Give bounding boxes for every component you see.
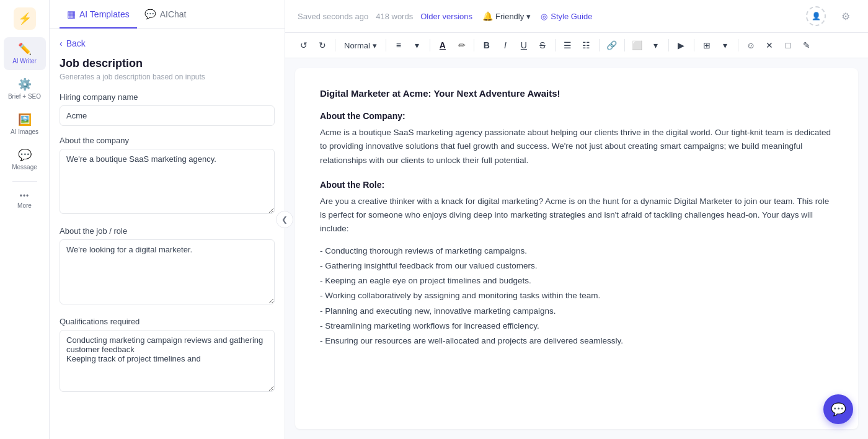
style-dropdown-label: Normal [344,41,370,50]
table-button[interactable]: ⊞ [698,37,715,54]
sidebar-item-ai-images[interactable]: 🖼️ AI Images [4,108,46,141]
edit-button[interactable]: ✎ [798,37,815,54]
editor-header: Saved seconds ago 418 words Older versio… [285,0,868,33]
tone-selector[interactable]: 🔔 Friendly ▾ [482,11,531,21]
tab-bar: ▦ AI Templates 💬 AIChat [50,0,285,29]
emoji-button[interactable]: ☺ [742,37,760,54]
about-company-label: About the company [60,136,275,145]
bold-button[interactable]: B [478,37,495,54]
back-arrow-icon: ‹ [60,38,63,48]
message-icon: 💬 [18,148,32,162]
style-guide-icon: ◎ [541,12,547,21]
redo-button[interactable]: ↻ [314,37,331,54]
strikethrough-button[interactable]: S [534,37,551,54]
form-title: Job description [60,57,275,70]
settings-button[interactable]: ⚙ [836,6,856,26]
text-color-button[interactable]: A [434,37,451,54]
align-button[interactable]: ≡ [390,37,407,54]
grid-icon: ▦ [67,9,76,20]
toolbar-divider [430,39,430,51]
chevron-left-icon: ❮ [281,215,288,224]
sidebar-item-label: Message [12,164,37,171]
qualifications-label: Qualifications required [60,317,275,326]
chat-fab-icon: 💬 [831,402,846,417]
document-title: Digital Marketer at Acme: Your Next Adve… [320,88,833,99]
list-item: - Keeping an eagle eye on project timeli… [320,273,833,288]
avatar-placeholder-icon: 👤 [812,12,821,20]
toolbar-divider [738,39,738,51]
sidebar-item-brief-seo[interactable]: ⚙️ Brief + SEO [4,73,46,105]
bullet-list-button[interactable]: ☰ [559,37,577,54]
user-avatar[interactable]: 👤 [806,6,826,26]
link-button[interactable]: 🔗 [603,37,621,54]
left-panel: ▦ AI Templates 💬 AIChat ❮ ‹ Back Job des… [50,0,285,439]
sidebar-item-label: More [17,202,32,210]
form-subtitle: Generates a job description based on inp… [60,73,275,81]
undo-button[interactable]: ↺ [295,37,312,54]
panel-collapse-button[interactable]: ❮ [276,211,293,228]
sidebar-item-label: AI Images [11,128,38,136]
app-logo: ⚡ [14,7,36,30]
editor-meta: Saved seconds ago 418 words Older versio… [298,12,472,21]
tab-aichat-label: AIChat [160,9,187,19]
toolbar-divider [474,39,474,51]
editor-content[interactable]: Digital Marketer at Acme: Your Next Adve… [295,68,858,429]
table-dropdown-button[interactable]: ▾ [717,37,734,54]
toolbar-divider [694,39,694,51]
image-button[interactable]: ⬜ [629,37,646,54]
chevron-down-icon: ▾ [373,41,377,50]
company-name-input[interactable] [60,105,275,126]
tone-icon: 🔔 [482,11,493,21]
settings-icon: ⚙ [841,11,850,22]
section-heading-role: About the Role: [320,180,833,190]
older-versions-button[interactable]: Older versions [420,12,472,21]
more-icon: ••• [20,192,30,200]
list-item: - Conducting thorough reviews of marketi… [320,244,833,259]
section-heading-company: About the Company: [320,111,833,121]
back-label: Back [66,38,86,48]
brief-seo-icon: ⚙️ [18,78,32,91]
sidebar-item-message[interactable]: 💬 Message [4,143,46,176]
chat-icon: 💬 [144,9,156,20]
list-item: - Ensuring our resources are well-alloca… [320,334,833,348]
highlight-button[interactable]: ✏ [453,37,470,54]
play-button[interactable]: ▶ [673,37,690,54]
toolbar-divider [624,39,625,51]
image-dropdown-button[interactable]: ▾ [647,37,665,54]
section-body-company: Acme is a boutique SaaS marketing agency… [320,126,833,167]
list-item: - Streamlining marketing workflows for i… [320,319,833,334]
clear-format-button[interactable]: ✕ [761,37,778,54]
chevron-down-icon: ▾ [526,12,531,21]
style-guide-label: Style Guide [551,12,592,21]
sidebar-divider [12,181,37,182]
sidebar: ⚡ ✏️ AI Writer ⚙️ Brief + SEO 🖼️ AI Imag… [0,0,50,439]
style-guide-button[interactable]: ◎ Style Guide [541,12,592,21]
word-count: 418 words [376,12,413,21]
sidebar-item-more[interactable]: ••• More [4,187,46,215]
style-dropdown[interactable]: Normal ▾ [339,38,382,53]
sidebar-item-ai-writer[interactable]: ✏️ AI Writer [4,37,46,70]
tab-ai-templates[interactable]: ▦ AI Templates [60,0,137,29]
italic-button[interactable]: I [497,37,514,54]
list-item: - Working collaboratively by assigning a… [320,288,833,303]
main-editor: Saved seconds ago 418 words Older versio… [285,0,868,439]
ai-writer-icon: ✏️ [18,42,32,56]
tab-aichat[interactable]: 💬 AIChat [137,0,194,29]
toolbar-divider [599,39,600,51]
sidebar-item-label: AI Writer [12,58,37,65]
section-body-role: Are you a creative thinker with a knack … [320,195,833,236]
qualifications-textarea[interactable]: Conducting marketing campaign reviews an… [60,330,275,392]
tone-label: Friendly [495,12,524,21]
back-button[interactable]: ‹ Back [60,38,275,48]
toolbar-divider [335,39,335,51]
list-item: - Planning and executing new, innovative… [320,304,833,319]
chat-fab-button[interactable]: 💬 [823,394,853,424]
underline-button[interactable]: U [515,37,533,54]
about-job-textarea[interactable]: We're looking for a digital marketer. [60,239,275,304]
form-area: ‹ Back Job description Generates a job d… [50,29,285,439]
numbered-list-button[interactable]: ☷ [578,37,595,54]
ai-images-icon: 🖼️ [18,113,32,126]
comment-button[interactable]: □ [779,37,797,54]
align-dropdown-button[interactable]: ▾ [409,37,426,54]
about-company-textarea[interactable]: We're a boutique SaaS marketing agency. [60,149,275,214]
